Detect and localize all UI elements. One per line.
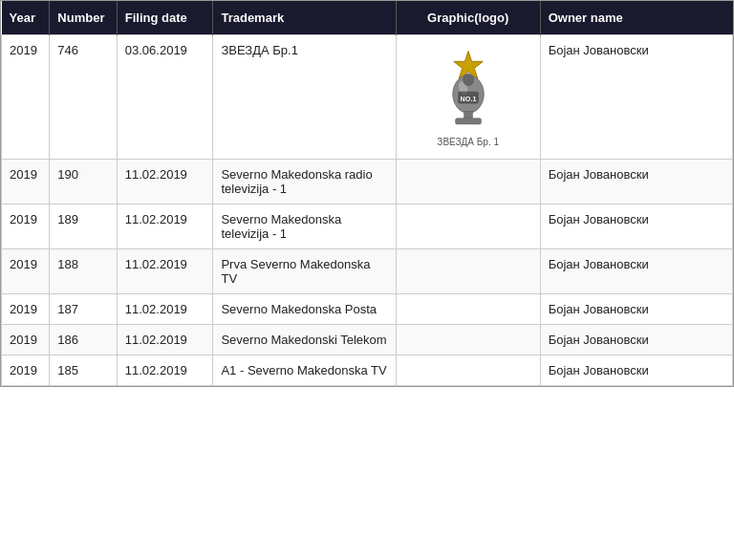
cell-year: 2019: [2, 205, 50, 249]
table-row: 201918511.02.2019A1 - Severno Makedonska…: [2, 355, 733, 386]
cell-trademark: Severno Makedonska radio televizija - 1: [213, 160, 396, 205]
cell-number: 746: [50, 35, 117, 160]
cell-owner: Бојан Јовановски: [540, 205, 732, 249]
cell-graphic: [396, 294, 540, 325]
header-year: Year: [2, 1, 50, 35]
cell-owner: Бојан Јовановски: [540, 355, 732, 386]
cell-number: 190: [50, 160, 117, 205]
logo-image: NO.1 ЗВЕЗДА Бр. 1: [404, 43, 532, 151]
cell-filing-date: 03.06.2019: [117, 35, 213, 160]
cell-graphic: NO.1 ЗВЕЗДА Бр. 1: [396, 35, 540, 160]
cell-owner: Бојан Јовановски: [540, 249, 732, 294]
header-number: Number: [50, 1, 117, 35]
cell-graphic: [396, 325, 540, 355]
main-table-container: Year Number Filing date Trademark Graphi…: [0, 0, 734, 387]
table-row: 201918811.02.2019Prva Severno Makedonska…: [2, 249, 733, 294]
cell-year: 2019: [2, 160, 50, 205]
cell-owner: Бојан Јовановски: [540, 35, 732, 160]
header-owner: Owner name: [540, 1, 732, 35]
cell-filing-date: 11.02.2019: [117, 325, 213, 355]
cell-filing-date: 11.02.2019: [117, 160, 213, 205]
cell-number: 185: [50, 355, 117, 386]
cell-number: 186: [50, 325, 117, 355]
cell-year: 2019: [2, 249, 50, 294]
svg-rect-3: [464, 112, 472, 118]
cell-number: 188: [50, 249, 117, 294]
cell-trademark: Prva Severno Makedonska TV: [213, 249, 396, 294]
cell-year: 2019: [2, 35, 50, 160]
cell-graphic: [396, 205, 540, 249]
header-trademark: Trademark: [213, 1, 396, 35]
cell-year: 2019: [2, 325, 50, 355]
cell-year: 2019: [2, 355, 50, 386]
cell-number: 187: [50, 294, 117, 325]
cell-graphic: [396, 249, 540, 294]
svg-point-7: [463, 74, 473, 86]
cell-owner: Бојан Јовановски: [540, 325, 732, 355]
table-row: 201919011.02.2019Severno Makedonska radi…: [2, 160, 733, 205]
table-header-row: Year Number Filing date Trademark Graphi…: [2, 1, 733, 35]
cell-year: 2019: [2, 294, 50, 325]
cell-filing-date: 11.02.2019: [117, 355, 213, 386]
header-graphic: Graphic(logo): [396, 1, 540, 35]
table-row: 201918611.02.2019Severno Makedonski Tele…: [2, 325, 733, 355]
cell-filing-date: 11.02.2019: [117, 205, 213, 249]
table-body: 201974603.06.2019ЗВЕЗДА Бр.1 NO.1 ЗВЕЗДА…: [2, 35, 733, 386]
table-row: 201918711.02.2019Severno Makedonska Post…: [2, 294, 733, 325]
cell-trademark: Severno Makedonska televizija - 1: [213, 205, 396, 249]
cell-filing-date: 11.02.2019: [117, 249, 213, 294]
cell-trademark: A1 - Severno Makedonska TV: [213, 355, 396, 386]
cell-graphic: [396, 355, 540, 386]
cell-number: 189: [50, 205, 117, 249]
cell-owner: Бојан Јовановски: [540, 294, 732, 325]
logo-caption: ЗВЕЗДА Бр. 1: [437, 137, 499, 147]
cell-trademark: Severno Makedonski Telekom: [213, 325, 396, 355]
svg-rect-4: [455, 118, 481, 124]
svg-text:NO.1: NO.1: [460, 95, 476, 103]
trophy-svg: NO.1: [425, 47, 511, 133]
header-filing-date: Filing date: [117, 1, 213, 35]
table-row: 201918911.02.2019Severno Makedonska tele…: [2, 205, 733, 249]
cell-owner: Бојан Јовановски: [540, 160, 732, 205]
cell-trademark: Severno Makedonska Posta: [213, 294, 396, 325]
cell-graphic: [396, 160, 540, 205]
cell-trademark: ЗВЕЗДА Бр.1: [213, 35, 396, 160]
trademark-table: Year Number Filing date Trademark Graphi…: [1, 1, 733, 386]
cell-filing-date: 11.02.2019: [117, 294, 213, 325]
table-row: 201974603.06.2019ЗВЕЗДА Бр.1 NO.1 ЗВЕЗДА…: [2, 35, 733, 160]
